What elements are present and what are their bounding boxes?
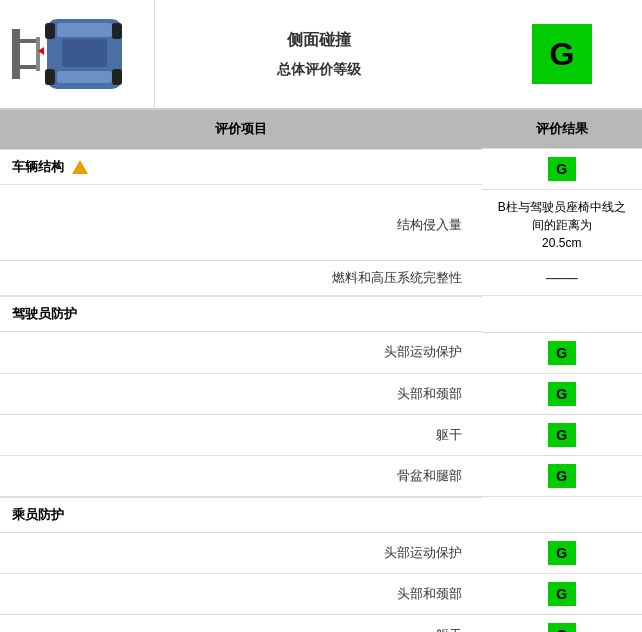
section-row-driver-protection: 驾驶员防护 (0, 296, 642, 333)
car-svg (12, 9, 142, 99)
table-row: 头部和颈部G (0, 373, 642, 414)
svg-rect-2 (20, 65, 38, 69)
grade-badge: G (548, 623, 576, 632)
table-row: 骨盆和腿部G (0, 455, 642, 496)
svg-rect-3 (36, 37, 40, 71)
section-label: 乘员防护 (0, 497, 482, 533)
row-result: G (482, 455, 643, 496)
overall-label: 总体评价等级 (277, 61, 361, 79)
row-label: 躯干 (0, 615, 482, 633)
grade-badge: G (548, 382, 576, 406)
row-label: 骨盆和腿部 (0, 455, 482, 496)
grade-badge: G (548, 341, 576, 365)
table-row: 躯干G (0, 615, 642, 633)
row-label: 燃料和高压系统完整性 (0, 261, 482, 296)
grade-badge: G (548, 423, 576, 447)
grade-badge: G (548, 582, 576, 606)
results-table: 评价项目 评价结果 车辆结构G结构侵入量B柱与驾驶员座椅中线之间的距离为 20.… (0, 110, 642, 632)
row-result: G (482, 414, 643, 455)
header: 侧面碰撞 总体评价等级 G (0, 0, 642, 110)
row-result: G (482, 574, 643, 615)
section-row-passenger-protection: 乘员防护 (0, 496, 642, 533)
row-result: G (482, 332, 643, 373)
table-row: 结构侵入量B柱与驾驶员座椅中线之间的距离为 20.5cm (0, 190, 642, 261)
svg-rect-5 (57, 23, 112, 37)
svg-rect-9 (45, 69, 55, 85)
table-row: 头部和颈部G (0, 574, 642, 615)
svg-rect-0 (12, 29, 20, 79)
section-grade-cell (482, 296, 643, 333)
col-header-result: 评价结果 (482, 110, 643, 149)
svg-rect-10 (112, 23, 122, 39)
table-row: 燃料和高压系统完整性—— (0, 261, 642, 296)
text-result: B柱与驾驶员座椅中线之间的距离为 20.5cm (494, 198, 631, 252)
grade-badge: G (548, 464, 576, 488)
row-label: 头部运动保护 (0, 332, 482, 373)
car-image-container (0, 0, 155, 108)
table-row: 躯干G (0, 414, 642, 455)
section-row-vehicle-structure: 车辆结构G (0, 149, 642, 190)
header-grade: G (482, 0, 642, 108)
section-label: 车辆结构 (0, 149, 482, 185)
svg-rect-7 (62, 39, 107, 67)
header-title: 侧面碰撞 总体评价等级 (155, 0, 482, 108)
section-label: 驾驶员防护 (0, 296, 482, 332)
col-header-label: 评价项目 (0, 110, 482, 149)
row-label: 头部和颈部 (0, 373, 482, 414)
row-result: G (482, 373, 643, 414)
dash-indicator: —— (546, 269, 578, 286)
row-label: 结构侵入量 (0, 190, 482, 261)
svg-rect-1 (20, 39, 38, 43)
table-row: 头部运动保护G (0, 332, 642, 373)
row-result: G (482, 615, 643, 633)
row-result: G (482, 533, 643, 574)
svg-rect-11 (112, 69, 122, 85)
sort-arrow-icon (72, 160, 88, 174)
svg-rect-6 (57, 71, 112, 83)
row-result: —— (482, 261, 643, 296)
row-result: B柱与驾驶员座椅中线之间的距离为 20.5cm (482, 190, 643, 261)
overall-grade-badge: G (532, 24, 592, 84)
test-name: 侧面碰撞 (287, 30, 351, 51)
row-label: 头部和颈部 (0, 574, 482, 615)
grade-badge: G (548, 541, 576, 565)
section-grade-cell (482, 496, 643, 533)
section-grade-badge: G (548, 157, 576, 181)
section-grade-cell: G (482, 149, 643, 190)
row-label: 头部运动保护 (0, 533, 482, 574)
svg-rect-8 (45, 23, 55, 39)
row-label: 躯干 (0, 414, 482, 455)
table-row: 头部运动保护G (0, 533, 642, 574)
